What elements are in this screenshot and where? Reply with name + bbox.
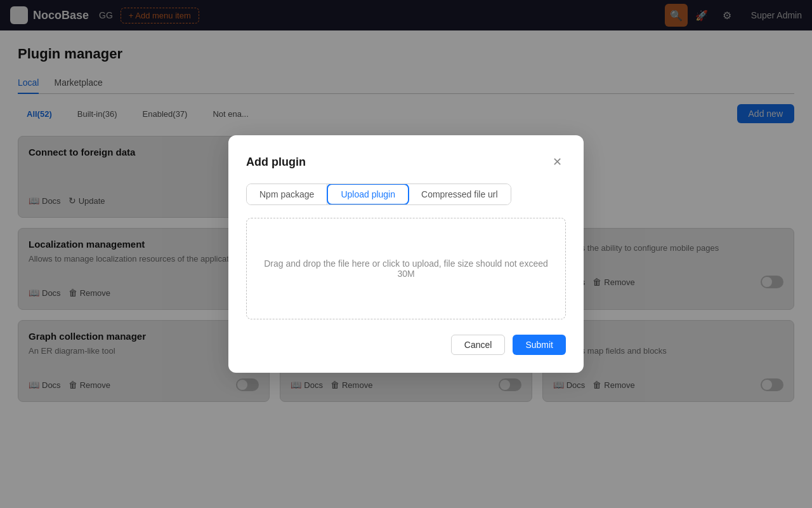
- modal-footer: Cancel Submit: [246, 335, 566, 355]
- upload-area[interactable]: Drag and drop the file here or click to …: [246, 218, 566, 319]
- modal-close-button[interactable]: ✕: [548, 153, 566, 171]
- upload-area-text: Drag and drop the file here or click to …: [247, 258, 565, 279]
- modal-tabs: Npm package Upload plugin Compressed fil…: [246, 184, 511, 205]
- add-plugin-modal: Add plugin ✕ Npm package Upload plugin C…: [228, 135, 584, 373]
- cancel-button[interactable]: Cancel: [451, 335, 506, 355]
- modal-header: Add plugin ✕: [246, 153, 566, 171]
- modal-overlay[interactable]: Add plugin ✕ Npm package Upload plugin C…: [0, 0, 812, 508]
- tab-compressed-url[interactable]: Compressed file url: [409, 184, 511, 204]
- tab-npm-package[interactable]: Npm package: [247, 184, 327, 204]
- submit-button[interactable]: Submit: [513, 335, 566, 355]
- tab-upload-plugin[interactable]: Upload plugin: [327, 184, 409, 205]
- modal-title: Add plugin: [246, 156, 306, 169]
